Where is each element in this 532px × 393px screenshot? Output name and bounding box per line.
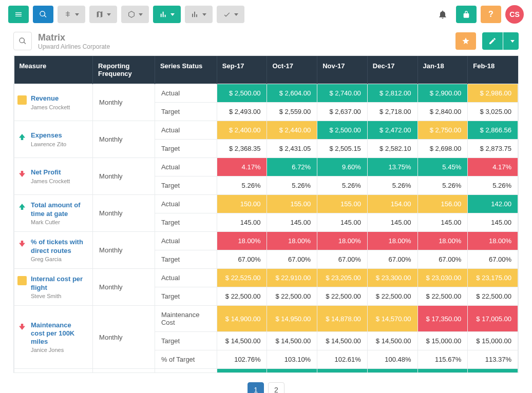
value-cell[interactable]: $ 2,873.75	[468, 140, 518, 158]
value-cell[interactable]: 5.26%	[367, 176, 417, 195]
value-cell[interactable]: $ 22,500.00	[367, 287, 417, 306]
value-cell[interactable]: 6.72%	[267, 158, 317, 176]
measure-cell[interactable]: Net ProfitJames Crockett	[14, 158, 93, 195]
value-cell[interactable]: $ 23,300.00	[367, 269, 417, 287]
value-cell[interactable]: $ 2,505.15	[317, 140, 368, 158]
col-month-0[interactable]: Sep-17	[217, 56, 267, 84]
value-cell[interactable]: $ 2,750.00	[417, 121, 468, 140]
value-cell[interactable]: $ 17,005.00	[468, 306, 518, 332]
value-cell[interactable]: 18.00%	[267, 232, 317, 250]
value-cell[interactable]: 156.00	[417, 195, 468, 213]
measure-cell[interactable]: Maintenance cost per 100K milesJanice Jo…	[14, 306, 93, 369]
measure-name[interactable]: Internal cost per flight	[31, 275, 86, 292]
value-cell[interactable]: 100.48%	[367, 350, 417, 369]
value-cell[interactable]: 9.60%	[317, 158, 368, 176]
value-cell[interactable]: 154.00	[367, 195, 417, 213]
col-month-4[interactable]: Jan-18	[417, 56, 468, 84]
value-cell[interactable]: $ 23,205.00	[317, 269, 368, 287]
value-cell[interactable]: 18.00%	[317, 232, 368, 250]
value-cell[interactable]: $ 14,570.00	[367, 306, 417, 332]
value-cell[interactable]: $ 2,472.00	[367, 121, 417, 140]
value-cell[interactable]: 145.00	[468, 213, 518, 232]
value-cell[interactable]: $ 2,368.35	[217, 140, 267, 158]
value-cell[interactable]: 18.00%	[417, 232, 468, 250]
value-cell[interactable]: $ 2,559.00	[267, 103, 317, 121]
edit-dropdown-toggle[interactable]	[503, 32, 519, 50]
value-cell[interactable]: 5.26%	[217, 176, 267, 195]
value-cell[interactable]: 145.00	[317, 213, 368, 232]
value-cell[interactable]: $ 22,500.00	[317, 287, 368, 306]
value-cell[interactable]: $ 2,500.00	[217, 84, 267, 103]
value-cell[interactable]: 5.26%	[468, 176, 518, 195]
value-cell[interactable]: $ 14,500.00	[267, 332, 317, 350]
value-cell[interactable]: $ 2,718.00	[367, 103, 417, 121]
value-cell[interactable]: 155.00	[317, 195, 368, 213]
value-cell[interactable]: $ 2,986.00	[468, 84, 518, 103]
value-cell[interactable]: 102.61%	[317, 350, 368, 369]
value-cell[interactable]: 18.00%	[217, 232, 267, 250]
value-cell[interactable]: $ 2,866.56	[468, 121, 518, 140]
value-cell[interactable]: 145.00	[267, 213, 317, 232]
value-cell[interactable]: $ 14,900.00	[217, 306, 267, 332]
value-cell[interactable]: 145.00	[217, 213, 267, 232]
measure-cell[interactable]: ExpensesLawrence Zito	[14, 121, 93, 158]
value-cell[interactable]: 67.00%	[317, 250, 368, 269]
value-cell[interactable]: $ 14,950.00	[267, 306, 317, 332]
value-cell[interactable]: 67.00%	[468, 250, 518, 269]
measure-name[interactable]: Revenue	[31, 94, 70, 103]
report-dropdown[interactable]	[185, 6, 213, 23]
value-cell[interactable]: $ 2,582.10	[367, 140, 417, 158]
value-cell[interactable]: $ 22,910.00	[267, 269, 317, 287]
help-button[interactable]: ?	[481, 6, 501, 23]
measure-name[interactable]: Total amount of time at gate	[31, 201, 86, 218]
cube-dropdown[interactable]	[121, 6, 149, 23]
value-cell[interactable]: 67.00%	[217, 250, 267, 269]
value-cell[interactable]: $ 2,740.00	[317, 84, 368, 103]
value-cell[interactable]: $ 17,350.00	[417, 306, 468, 332]
header-search-button[interactable]	[13, 32, 32, 50]
measure-cell[interactable]: Total amount of time at gateMark Cutler	[14, 195, 93, 232]
value-cell[interactable]: $ 3,025.00	[468, 103, 518, 121]
menu-button[interactable]	[8, 6, 29, 23]
value-cell[interactable]: $ 2,900.00	[417, 84, 468, 103]
edit-button[interactable]	[482, 32, 503, 50]
measure-cell[interactable]: Internal cost per flightSteve Smith	[14, 269, 93, 306]
value-cell[interactable]: $ 2,493.00	[217, 103, 267, 121]
check-dropdown[interactable]	[217, 6, 244, 23]
value-cell[interactable]: $ 2,812.00	[367, 84, 417, 103]
chart-dropdown-active[interactable]	[153, 6, 181, 23]
value-cell[interactable]: 145.00	[417, 213, 468, 232]
value-cell[interactable]: 67.00%	[367, 250, 417, 269]
value-cell[interactable]: $ 14,878.00	[317, 306, 368, 332]
value-cell[interactable]: 4.17%	[468, 158, 518, 176]
value-cell[interactable]: $ 2,431.05	[267, 140, 317, 158]
value-cell[interactable]: 5.26%	[417, 176, 468, 195]
notifications-button[interactable]	[433, 5, 452, 24]
value-cell[interactable]: 103.10%	[267, 350, 317, 369]
col-frequency[interactable]: Reporting Frequency	[93, 56, 155, 84]
value-cell[interactable]: $ 22,525.00	[217, 269, 267, 287]
value-cell[interactable]: $ 15,000.00	[417, 332, 468, 350]
col-month-2[interactable]: Nov-17	[317, 56, 368, 84]
value-cell[interactable]: 67.00%	[267, 250, 317, 269]
col-month-3[interactable]: Dec-17	[367, 56, 417, 84]
search-button[interactable]	[33, 6, 53, 23]
value-cell[interactable]: 5.26%	[267, 176, 317, 195]
measure-name[interactable]: % of tickets with direct routes	[31, 238, 86, 255]
measure-name[interactable]: Net Profit	[31, 168, 70, 176]
value-cell[interactable]: $ 2,637.00	[317, 103, 368, 121]
page-1[interactable]: 1	[248, 382, 264, 393]
map-dropdown[interactable]	[89, 6, 117, 23]
org-dropdown[interactable]	[58, 6, 85, 23]
value-cell[interactable]: $ 22,500.00	[468, 287, 518, 306]
value-cell[interactable]: 113.37%	[468, 350, 518, 369]
measure-cell[interactable]: RevenueJames Crockett	[14, 84, 93, 121]
col-series[interactable]: Series Status	[155, 56, 217, 84]
value-cell[interactable]: 5.45%	[417, 158, 468, 176]
value-cell[interactable]: $ 2,500.00	[317, 121, 368, 140]
value-cell[interactable]: 4.17%	[217, 158, 267, 176]
value-cell[interactable]: 18.00%	[367, 232, 417, 250]
col-month-5[interactable]: Feb-18	[468, 56, 518, 84]
value-cell[interactable]: 115.67%	[417, 350, 468, 369]
value-cell[interactable]: 5.26%	[317, 176, 368, 195]
